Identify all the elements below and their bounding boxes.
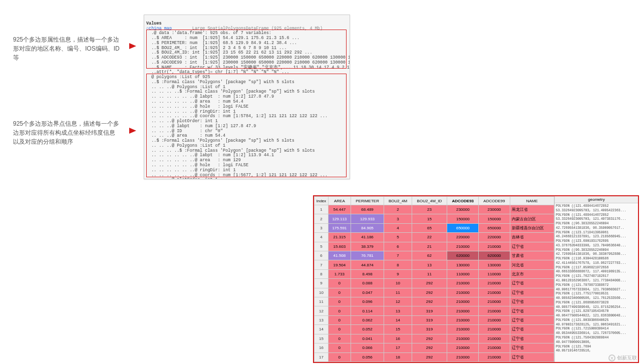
cell-a99: 150000 — [479, 214, 510, 223]
cell-idx: 15 — [314, 334, 329, 343]
cell-b4mid: 319 — [412, 325, 447, 334]
cell-b4m: 13 — [384, 306, 412, 315]
table-row: 719.50444.874813130000130000河北省 — [314, 260, 554, 269]
cell-name: 北京市 — [510, 269, 554, 278]
table-row: 1100.09612292210000210000辽宁省 — [314, 297, 554, 306]
cell-perim: 84.905 — [351, 223, 384, 232]
table-row: 641.50876.781762620000620000甘肃省 — [314, 251, 554, 260]
cell-b4m: 9 — [384, 269, 412, 278]
cell-a93: 620000 — [447, 251, 479, 260]
cell-perim: 0.066 — [351, 343, 384, 352]
col-header: Index — [314, 197, 329, 205]
cell-b4mid: 292 — [412, 288, 447, 297]
arrow-icon — [129, 43, 136, 49]
cell-area: 0 — [329, 343, 351, 352]
cell-b4mid: 15 — [412, 214, 447, 223]
cell-b4mid: 65 — [412, 223, 447, 232]
cell-b4mid: 292 — [412, 279, 447, 288]
geometry-lines: POLYGON ((121.4884414672852 53.332649230… — [555, 203, 638, 354]
cell-a99: 230000 — [479, 205, 510, 214]
rstudio-values-panel: Values ○china_map Large SpatialPolygonsD… — [144, 15, 350, 179]
cell-a99: 210000 — [479, 343, 510, 352]
cell-idx: 17 — [314, 352, 329, 362]
cell-name: 甘肃省 — [510, 251, 554, 260]
cell-area: 41.508 — [329, 251, 351, 260]
cell-name: 辽宁省 — [510, 297, 554, 306]
cell-a93: 210000 — [447, 334, 479, 343]
geometry-header: geometry — [555, 196, 638, 203]
cell-perim: 0.056 — [351, 352, 384, 362]
table-row: 1300.06214319210000210000辽宁省 — [314, 315, 554, 324]
cell-perim: 0.041 — [351, 334, 384, 343]
col-header: NAME — [510, 197, 554, 205]
arrow-icon — [129, 128, 136, 134]
cell-area: 0 — [329, 288, 351, 297]
cell-a93: 210000 — [447, 297, 479, 306]
cell-b4m: 17 — [384, 343, 412, 352]
cell-idx: 14 — [314, 325, 329, 334]
cell-perim: 38.379 — [351, 242, 384, 251]
cell-perim: 0.114 — [351, 306, 384, 315]
cell-area: 0 — [329, 279, 351, 288]
col-header: BOU2_4M_ID — [412, 197, 447, 205]
cell-name: 辽宁省 — [510, 279, 554, 288]
cell-b4mid: 292 — [412, 352, 447, 362]
cell-area: 19.504 — [329, 260, 351, 269]
cell-a93: 150000 — [447, 214, 479, 223]
table-row: 81.7338.498911110000110000北京市 — [314, 269, 554, 278]
logo-icon: X — [608, 354, 615, 361]
cell-area: 0 — [329, 325, 351, 334]
watermark-logo: X 创新互联 — [608, 354, 637, 361]
cell-a99: 210000 — [479, 297, 510, 306]
cell-b4mid: 292 — [412, 297, 447, 306]
cell-name: 辽宁省 — [510, 352, 554, 362]
table-row: 3175.59184.905465650000650000新疆维吾尔自治区 — [314, 223, 554, 232]
cell-idx: 8 — [314, 269, 329, 278]
col-header: ADCODE99 — [479, 197, 510, 205]
cell-name: 辽宁省 — [510, 306, 554, 315]
cell-name: 黑龙江省 — [510, 205, 554, 214]
table-row: 1500.04116292210000210000辽宁省 — [314, 334, 554, 343]
cell-name: 辽宁省 — [510, 334, 554, 343]
col-header: PERIMETER — [351, 197, 384, 205]
cell-a99: 210000 — [479, 288, 510, 297]
annotation-attr: 925个多边形属性信息，描述每一个多边形对应的地区名称、编号、IOS编码、ID等 — [13, 35, 121, 62]
cell-perim: 0.047 — [351, 288, 384, 297]
table-row: 1700.05618292210000210000辽宁省 — [314, 352, 554, 362]
cell-b4m: 16 — [384, 334, 412, 343]
cell-idx: 6 — [314, 251, 329, 260]
cell-name: 辽宁省 — [510, 288, 554, 297]
table-row: 421.31541.186522220000220000吉林省 — [314, 233, 554, 242]
cell-a93: 650000 — [447, 223, 479, 232]
cell-idx: 3 — [314, 223, 329, 232]
cell-b4m: 15 — [384, 325, 412, 334]
panel-header: Values — [146, 21, 162, 26]
col-header: AREA — [329, 197, 351, 205]
cell-area: 0 — [329, 306, 351, 315]
cell-b4m: 12 — [384, 297, 412, 306]
cell-area: 175.591 — [329, 223, 351, 232]
cell-b4m: 5 — [384, 233, 412, 242]
cell-idx: 16 — [314, 343, 329, 352]
cell-name: 辽宁省 — [510, 325, 554, 334]
cell-idx: 11 — [314, 297, 329, 306]
table-row: 515.60338.379621210000210000辽宁省 — [314, 242, 554, 251]
cell-b4mid: 319 — [412, 306, 447, 315]
cell-area: 0 — [329, 334, 351, 343]
cell-b4mid: 22 — [412, 233, 447, 242]
cell-name: 河北省 — [510, 260, 554, 269]
cell-idx: 10 — [314, 288, 329, 297]
cell-a93: 210000 — [447, 325, 479, 334]
table-row: 2129.113129.933315150000150000内蒙古自治区 — [314, 214, 554, 223]
table-row: 1000.04711292210000210000辽宁省 — [314, 288, 554, 297]
cell-perim: 0.062 — [351, 315, 384, 324]
cell-area: 0 — [329, 297, 351, 306]
cell-area: 54.447 — [329, 205, 351, 214]
cell-a93: 130000 — [447, 260, 479, 269]
cell-a99: 210000 — [479, 315, 510, 324]
cell-perim: 0.088 — [351, 279, 384, 288]
cell-b4m: 3 — [384, 214, 412, 223]
cell-a99: 210000 — [479, 242, 510, 251]
cell-b4mid: 21 — [412, 242, 447, 251]
cell-b4m: 4 — [384, 223, 412, 232]
